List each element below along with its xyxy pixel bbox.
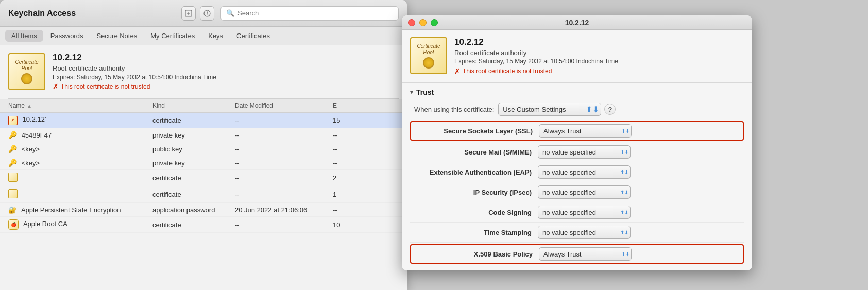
cert-icon [8,189,18,198]
cell-date: -- [235,116,333,124]
cell-kind: private key [152,159,235,167]
tab-keys[interactable]: Keys [202,30,229,42]
tab-passwords[interactable]: Passwords [44,30,90,42]
cell-extra: -- [333,159,364,167]
info-button[interactable]: i [200,6,214,21]
minimize-button[interactable] [419,19,427,26]
lock-key-icon: 🔐 [8,206,16,214]
tab-bar: All Items Passwords Secure Notes My Cert… [0,27,407,45]
policy-select-container: no value specifiedAlways TrustNever Trus… [538,206,631,219]
policy-rows: Secure Sockets Layer (SSL)no value speci… [410,121,744,264]
search-bar[interactable]: 🔍 [220,6,399,21]
cell-name: 🔑 <key> [8,159,152,167]
titlebar: Keychain Access i 🔍 [0,0,407,27]
policy-select[interactable]: no value specifiedAlways TrustNever Trus… [538,145,631,159]
cell-extra: 2 [333,174,364,182]
table-row[interactable]: 🔑 <key> public key -- -- [0,142,407,156]
cell-kind: private key [152,131,235,139]
key-icon: 🔑 [8,159,16,167]
cell-date: -- [235,145,333,153]
policy-name: IP Security (IPsec) [414,189,538,196]
cert-red-icon: ✗ [8,116,18,125]
cert-subtitle: Root certificate authority [53,64,216,72]
cell-date: -- [235,131,333,139]
detail-cert-icon: CertificateRoot [410,37,447,74]
policy-select-container: no value specifiedAlways TrustNever Trus… [539,124,632,138]
table-row[interactable]: 🔑 45489F47 private key -- -- [0,128,407,142]
detail-cert-name: 10.2.12 [454,37,744,47]
policy-name: Code Signing [414,209,538,216]
policy-name: Extensible Authentication (EAP) [414,168,538,176]
policy-select[interactable]: no value specifiedAlways TrustNever Trus… [539,247,632,261]
policy-row: Secure Mail (S/MIME)no value specifiedAl… [410,142,744,162]
detail-titlebar: 10.2.12 [402,15,752,30]
maximize-button[interactable] [431,19,438,26]
detail-window: 10.2.12 CertificateRoot 10.2.12 Root cer… [402,15,752,270]
policy-select[interactable]: no value specifiedAlways TrustNever Trus… [538,206,631,219]
when-using-row: When using this certificate: Use Custom … [410,103,744,116]
detail-title: 10.2.12 [565,19,589,27]
cell-kind: public key [152,145,235,153]
cell-name: 🔑 <key> [8,145,152,153]
window-controls [408,19,438,26]
policy-name: Secure Sockets Layer (SSL) [415,127,539,135]
table-row[interactable]: 🔐 Apple Persistent State Encryption appl… [0,203,407,217]
close-button[interactable] [408,19,415,26]
policy-select-container: no value specifiedAlways TrustNever Trus… [538,165,631,179]
table-row[interactable]: certificate -- 2 [0,170,407,186]
detail-error-icon: ✗ [454,67,461,75]
key-icon: 🔑 [8,145,16,153]
cert-expiry: Expires: Saturday, 15 May 2032 at 10:54:… [53,74,216,81]
cell-name [8,173,152,183]
when-using-select[interactable]: Use Custom Settings Use System Defaults … [498,103,601,116]
cert-icon: CertificateRoot [8,53,45,90]
policy-name: Secure Mail (S/MIME) [414,148,538,156]
trust-section: ▾ Trust When using this certificate: Use… [402,83,752,270]
table-row[interactable]: certificate -- 1 [0,186,407,203]
table-row[interactable]: 🔑 <key> private key -- -- [0,156,407,170]
cert-header: CertificateRoot 10.2.12 Root certificate… [0,45,407,98]
policy-select[interactable]: no value specifiedAlways TrustNever Trus… [538,185,631,199]
cell-extra: 15 [333,116,364,124]
svg-text:i: i [207,11,208,16]
search-input[interactable] [237,9,393,17]
policy-row: Extensible Authentication (EAP)no value … [410,162,744,182]
tab-secure-notes[interactable]: Secure Notes [90,30,143,42]
policy-row: Code Signingno value specifiedAlways Tru… [410,202,744,223]
cell-kind: application password [152,206,235,214]
help-button[interactable]: ? [604,104,616,115]
detail-cert-expiry: Expires: Saturday, 15 May 2032 at 10:54:… [454,58,744,65]
cert-error: ✗ This root certificate is not trusted [53,82,216,91]
cert-info: 10.2.12 Root certificate authority Expir… [53,53,216,91]
cell-kind: certificate [152,221,235,229]
table-container[interactable]: Name ▲ Kind Date Modified E ✗ 10.2.12' c… [0,99,407,290]
cell-name: 🔑 45489F47 [8,131,152,139]
cell-extra: 1 [333,191,364,198]
trust-title: Trust [416,88,434,96]
titlebar-icons: i [181,6,214,21]
tab-my-certificates[interactable]: My Certificates [144,30,201,42]
search-icon: 🔍 [226,9,234,17]
when-using-label: When using this certificate: [414,106,494,113]
cell-name: 🍎 Apple Root CA [8,219,152,230]
cell-date: 20 Jun 2022 at 21:06:06 [235,206,333,214]
policy-row: X.509 Basic Policyno value specifiedAlwa… [410,244,744,264]
cell-date: -- [235,159,333,167]
tab-certificates[interactable]: Certificates [230,30,276,42]
policy-select[interactable]: no value specifiedAlways TrustNever Trus… [539,124,632,138]
cell-name: 🔐 Apple Persistent State Encryption [8,206,152,214]
compose-button[interactable] [181,6,196,21]
trust-chevron-icon[interactable]: ▾ [410,89,413,96]
policy-select[interactable]: no value specifiedAlways TrustNever Trus… [538,226,631,239]
policy-select[interactable]: no value specifiedAlways TrustNever Trus… [538,165,631,179]
table-row[interactable]: 🍎 Apple Root CA certificate -- 10 [0,217,407,233]
cell-name: ✗ 10.2.12' [8,115,152,125]
policy-row: Secure Sockets Layer (SSL)no value speci… [410,121,744,141]
cell-extra: -- [333,145,364,153]
tab-all-items[interactable]: All Items [5,30,43,42]
detail-cert-header: CertificateRoot 10.2.12 Root certificate… [402,30,752,83]
policy-select-container: no value specifiedAlways TrustNever Trus… [538,226,631,239]
detail-cert-subtitle: Root certificate authority [454,49,744,57]
table-header: Name ▲ Kind Date Modified E [0,99,407,113]
table-row[interactable]: ✗ 10.2.12' certificate -- 15 [0,113,407,128]
